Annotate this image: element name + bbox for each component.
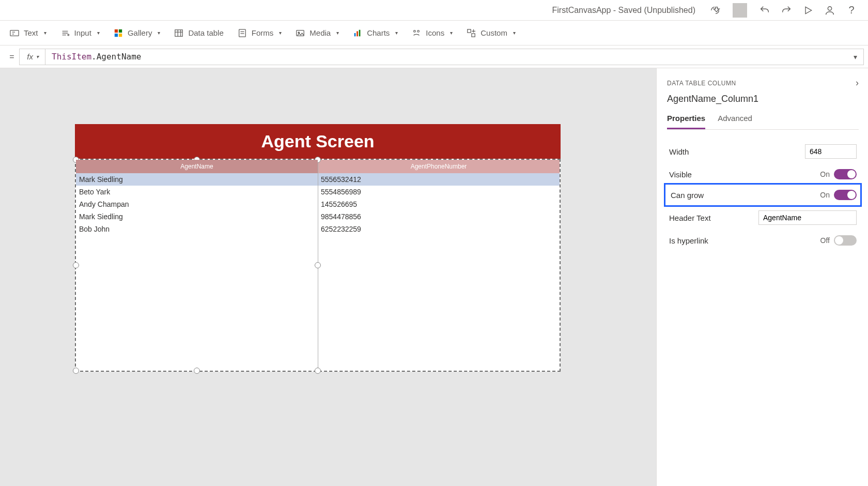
chevron-right-icon[interactable]: ›: [856, 78, 859, 88]
formula-input[interactable]: ThisItem.AgentName: [45, 49, 847, 65]
panel-section-title: DATA TABLE COLUMN: [667, 80, 736, 87]
top-actions: ?: [708, 3, 859, 18]
cell-name: Beto Yark: [76, 186, 318, 198]
undo-icon[interactable]: [757, 3, 772, 18]
svg-rect-7: [175, 29, 182, 36]
ribbon-forms[interactable]: Forms ▾: [237, 28, 282, 38]
tab-properties[interactable]: Properties: [667, 114, 705, 129]
canvas-area[interactable]: Agent Screen AgentName AgentPhoneNumber: [0, 68, 656, 486]
prop-is-hyperlink-toggle[interactable]: Off: [820, 235, 857, 246]
prop-can-grow-toggle[interactable]: On: [820, 190, 857, 200]
cell-phone: 9854478856: [318, 210, 560, 223]
chevron-down-icon: ▾: [158, 30, 160, 36]
user-icon[interactable]: [823, 3, 837, 18]
ribbon-data-table[interactable]: Data table: [174, 28, 223, 38]
prop-is-hyperlink: Is hyperlink Off: [667, 230, 859, 251]
canvas-frame: Agent Screen AgentName AgentPhoneNumber: [75, 124, 561, 372]
ribbon-text-label: Text: [24, 28, 38, 37]
svg-rect-6: [119, 33, 122, 36]
media-icon: [295, 28, 305, 38]
ribbon-forms-label: Forms: [252, 28, 274, 37]
svg-point-15: [417, 30, 420, 32]
prop-header-text-input[interactable]: [758, 210, 857, 225]
ribbon-input-label: Input: [74, 28, 91, 37]
svg-rect-17: [472, 33, 475, 36]
prop-visible-label: Visible: [669, 170, 692, 179]
property-tabs: Properties Advanced: [667, 114, 859, 130]
prop-width-input[interactable]: [805, 144, 857, 159]
ribbon-charts[interactable]: Charts ▾: [352, 28, 398, 38]
svg-rect-1: [10, 30, 19, 36]
cell-phone: 5554856989: [318, 186, 560, 198]
prop-can-grow: Can grow On: [664, 183, 862, 207]
ribbon: Text ▾ Input ▾ Gallery ▾ Data table Form…: [0, 21, 868, 45]
chevron-down-icon: ▾: [336, 30, 339, 36]
svg-point-10: [298, 32, 300, 33]
cell-name: Mark Siedling: [76, 210, 318, 223]
ribbon-input[interactable]: Input ▾: [60, 28, 100, 38]
ribbon-charts-label: Charts: [367, 28, 390, 37]
svg-rect-11: [354, 33, 356, 36]
ribbon-icons-label: Icons: [426, 28, 444, 37]
svg-rect-16: [468, 29, 471, 32]
forms-icon: [237, 28, 247, 38]
selected-column-name: AgentName_Column1: [667, 94, 859, 104]
health-check-icon[interactable]: [708, 3, 722, 18]
prop-can-grow-label: Can grow: [671, 191, 704, 200]
text-icon: [9, 28, 20, 38]
prop-visible: Visible On: [667, 164, 859, 185]
custom-icon: [466, 28, 476, 38]
ribbon-custom[interactable]: Custom ▾: [466, 28, 516, 38]
fx-icon[interactable]: fx ▾: [20, 49, 45, 65]
formula-keyword: ThisItem: [52, 52, 91, 62]
chevron-down-icon: ▾: [97, 30, 100, 36]
formula-property: .AgentName: [91, 52, 141, 62]
ribbon-media-label: Media: [309, 28, 331, 37]
screen-header: Agent Screen: [75, 124, 561, 159]
tab-advanced[interactable]: Advanced: [718, 114, 752, 129]
properties-panel: DATA TABLE COLUMN › AgentName_Column1 Pr…: [656, 68, 868, 486]
ribbon-media[interactable]: Media ▾: [295, 28, 339, 38]
chevron-down-icon: ▾: [513, 30, 516, 36]
chevron-down-icon: ▾: [395, 30, 398, 36]
panel-header: DATA TABLE COLUMN ›: [667, 78, 859, 88]
equals-icon: =: [4, 52, 19, 62]
ribbon-text[interactable]: Text ▾: [9, 28, 47, 38]
redo-icon[interactable]: [779, 3, 794, 18]
play-icon[interactable]: [801, 3, 815, 18]
ribbon-gallery-label: Gallery: [128, 28, 152, 37]
app-title: FirstCanvasApp - Saved (Unpublished): [552, 6, 695, 15]
data-table[interactable]: AgentName AgentPhoneNumber Mark Siedling…: [75, 159, 561, 372]
column-header-agentphonenumber[interactable]: AgentPhoneNumber: [318, 160, 560, 173]
svg-point-2: [67, 34, 69, 36]
formula-box: fx ▾ ThisItem.AgentName ▾: [19, 49, 864, 65]
svg-rect-4: [119, 29, 122, 32]
svg-rect-8: [239, 29, 245, 36]
svg-point-14: [414, 30, 416, 32]
formula-bar: = fx ▾ ThisItem.AgentName ▾: [0, 45, 868, 68]
cell-name: Andy Champan: [76, 198, 318, 210]
icons-icon: [411, 28, 422, 38]
charts-icon: [352, 28, 363, 38]
ribbon-icons[interactable]: Icons ▾: [411, 28, 453, 38]
ribbon-gallery[interactable]: Gallery ▾: [113, 28, 161, 38]
help-icon[interactable]: ?: [844, 3, 859, 18]
chevron-down-icon: ▾: [44, 30, 47, 36]
divider: [733, 3, 747, 18]
expand-formula-icon[interactable]: ▾: [847, 53, 863, 61]
cell-phone: 6252232259: [318, 223, 560, 235]
gallery-icon: [113, 28, 123, 38]
column-header-agentname[interactable]: AgentName: [76, 160, 318, 173]
chevron-down-icon: ▾: [279, 30, 282, 36]
ribbon-custom-label: Custom: [481, 28, 507, 37]
prop-width-label: Width: [669, 147, 689, 156]
cell-phone: 145526695: [318, 198, 560, 210]
data-table-icon: [174, 28, 184, 38]
svg-rect-3: [115, 29, 118, 32]
prop-visible-toggle[interactable]: On: [820, 169, 857, 179]
prop-is-hyperlink-label: Is hyperlink: [669, 236, 708, 245]
input-icon: [60, 28, 70, 38]
ribbon-data-table-label: Data table: [188, 28, 223, 37]
prop-header-text-label: Header Text: [669, 214, 711, 222]
svg-rect-13: [359, 29, 361, 36]
